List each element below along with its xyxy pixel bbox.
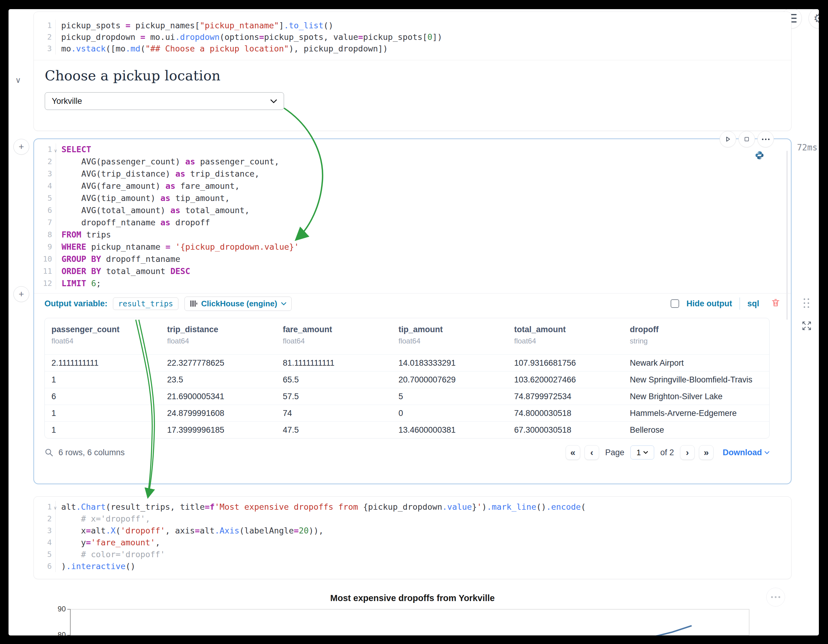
line-number: 2 [34,156,56,168]
search-icon[interactable] [44,448,53,457]
run-cell-button[interactable] [720,131,736,148]
code-line[interactable]: 1pickup_spots = pickup_names["pickup_nta… [34,20,791,31]
settings-button[interactable]: ⚙ [809,9,819,28]
notebook-page: ⚙ 1pickup_spots = pickup_names["pickup_n… [8,9,819,636]
download-button[interactable]: Download [723,448,770,457]
table-cell: 107.9316681756 [508,355,623,371]
language-badge[interactable]: sql [747,299,759,308]
table-footer: 6 rows, 6 columns « ‹ Page 1 of 2 › » Do… [44,445,770,460]
table-cell: 74.8000030518 [508,405,623,421]
line-number: 1 [34,20,56,31]
chart-more-button[interactable] [766,587,785,606]
cell-collapse-chevron[interactable]: ∨ [15,75,21,85]
sql-editor[interactable]: 1∨SELECT2 AVG(passenger_count) as passen… [34,139,791,289]
cell-more-button[interactable] [757,131,774,148]
code-line[interactable]: 12LIMIT 6; [34,277,791,289]
code-editor[interactable]: 1pickup_spots = pickup_names["pickup_nta… [34,12,791,60]
code-text: WHERE pickup_ntaname = '{pickup_dropdown… [56,241,299,253]
table-row[interactable]: 124.879999160874074.8000030518Hammels-Ar… [45,405,769,421]
code-line[interactable]: 8FROM trips [34,229,791,241]
hide-output-checkbox[interactable] [671,299,679,308]
column-header[interactable]: passenger_countfloat64 [45,318,160,355]
fold-chevron-icon[interactable]: ∨ [54,145,57,157]
code-line[interactable]: 5 AVG(tip_amount) as tip_amount, [34,192,791,204]
sql-cell[interactable]: 1∨SELECT2 AVG(passenger_count) as passen… [33,138,792,484]
output-variable-label: Output variable: [44,299,107,308]
code-line[interactable]: 6).interactive() [34,560,791,572]
code-line[interactable]: 6 AVG(total_amount) as total_amount, [34,204,791,217]
code-line[interactable]: 3 AVG(trip_distance) as trip_distance, [34,168,791,180]
add-cell-button-top[interactable]: + [13,139,29,155]
code-line[interactable]: 4 AVG(fare_amount) as fare_amount, [34,180,791,192]
column-header[interactable]: dropoffstring [623,318,769,355]
clickhouse-icon [190,300,198,308]
gear-icon: ⚙ [813,11,819,25]
line-number: 6 [34,560,56,572]
column-header[interactable]: fare_amountfloat64 [276,318,392,355]
chart-line-segment [652,626,692,636]
gridline-80 [70,635,749,636]
table-cell: 74.8799972534 [508,388,623,405]
column-header[interactable]: trip_distancefloat64 [160,318,276,355]
code-line[interactable]: 5 # color='dropoff' [34,548,791,560]
code-line[interactable]: 4 y='fare_amount', [34,537,791,548]
code-line[interactable]: 11ORDER BY total_amount DESC [34,265,791,277]
code-line[interactable]: 2pickup_dropdown = mo.ui.dropdown(option… [34,31,791,43]
table-row[interactable]: 117.399999618547.513.460000038167.300003… [45,421,769,438]
delete-cell-button[interactable] [771,298,781,309]
y-axis [70,609,71,636]
code-text: LIMIT 6; [56,277,101,289]
engine-label: ClickHouse (engine) [201,299,277,308]
line-number: 2 [34,513,56,525]
code-line[interactable]: 1∨alt.Chart(result_trips, title=f'Most e… [34,501,791,513]
code-line[interactable]: 2 # x='dropoff', [34,513,791,525]
drag-handle[interactable] [804,298,809,308]
plot-right-border [749,609,750,636]
play-icon [724,135,731,143]
chevron-down-icon [281,302,287,305]
table-cell: 14.0183333291 [392,355,508,371]
code-line[interactable]: 1∨SELECT [34,143,791,156]
python-cell-chart[interactable]: 1∨alt.Chart(result_trips, title=f'Most e… [33,496,792,579]
code-line[interactable]: 3mo.vstack([mo.md("## Choose a pickup lo… [34,43,791,55]
code-text: mo.vstack([mo.md("## Choose a pickup loc… [56,43,388,55]
table-cell: 17.3999996185 [160,421,276,438]
code-text: AVG(fare_amount) as fare_amount, [56,180,240,192]
code-editor[interactable]: 1∨alt.Chart(result_trips, title=f'Most e… [34,496,791,572]
next-page-button[interactable]: › [680,445,695,460]
add-cell-button-bottom[interactable]: + [13,286,29,302]
code-text: AVG(tip_amount) as tip_amount, [56,192,230,204]
code-line[interactable]: 10GROUP BY dropoff_ntaname [34,253,791,265]
code-text: FROM trips [56,229,111,241]
code-line[interactable]: 7 dropoff_ntaname as dropoff [34,217,791,229]
expand-cell-button[interactable] [801,320,812,333]
code-line[interactable]: 3 x=alt.X('dropoff', axis=alt.Axis(label… [34,525,791,537]
first-page-button[interactable]: « [566,445,580,460]
fold-chevron-icon[interactable]: ∨ [54,502,56,514]
cell-scrollbar[interactable] [786,151,788,320]
code-line[interactable]: 2 AVG(passenger_count) as passenger_coun… [34,156,791,168]
table-row[interactable]: 621.690000534157.5574.8799972534New Brig… [45,388,769,405]
last-page-button[interactable]: » [699,445,714,460]
python-cell-dropdown[interactable]: 1pickup_spots = pickup_names["pickup_nta… [33,12,792,131]
prev-page-button[interactable]: ‹ [585,445,599,460]
table-cell: 1 [45,405,160,421]
dropdown-value: Yorkville [52,96,82,106]
hide-output-label[interactable]: Hide output [687,299,732,308]
table-row[interactable]: 123.565.520.7000007629103.6200027466New … [45,371,769,388]
code-line[interactable]: 9WHERE pickup_ntaname = '{pickup_dropdow… [34,241,791,253]
table-cell: 6 [45,388,160,405]
column-header[interactable]: total_amountfloat64 [508,318,623,355]
table-cell: Hammels-Arverne-Edgemere [623,405,769,421]
output-variable-name[interactable]: result_trips [113,297,179,310]
page-select[interactable]: 1 [630,446,654,459]
engine-selector[interactable]: ClickHouse (engine) [185,297,292,311]
table-row[interactable]: 2.111111111122.327777862581.111111111114… [45,355,769,371]
table-cell: 1 [45,421,160,438]
pickup-location-dropdown[interactable]: Yorkville [45,92,284,110]
column-header[interactable]: tip_amountfloat64 [392,318,508,355]
stop-cell-button[interactable] [739,131,755,148]
chevron-down-icon [643,451,648,454]
table-cell: 2.1111111111 [45,355,160,371]
line-number: 7 [34,217,56,229]
